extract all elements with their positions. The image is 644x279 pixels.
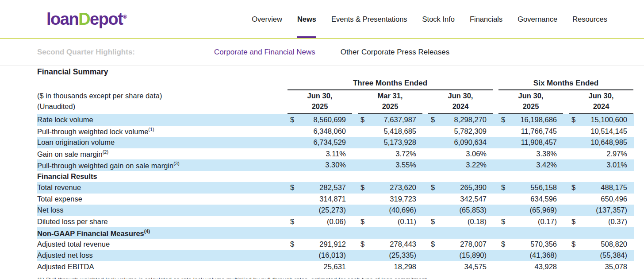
dollar-sign: $ <box>290 116 294 124</box>
dollar-sign: $ <box>290 217 294 226</box>
loandepot-logo[interactable]: loanDepot® <box>46 0 126 38</box>
table-cell: 5,418,685 <box>358 127 422 136</box>
table-cell: 3.30% <box>288 161 352 169</box>
cell-value: 34,575 <box>464 263 487 271</box>
table-cell: 5,173,928 <box>358 138 422 147</box>
table-row: Pull-through weighted lock volume(1)6,34… <box>37 126 634 137</box>
main-content: Financial Summary Three Months Ended Six… <box>0 67 644 279</box>
nav-item-resources[interactable]: Resources <box>572 0 607 38</box>
footnote-ref: (1) <box>148 127 154 132</box>
table-cell: $(0.06) <box>288 217 352 226</box>
dollar-sign: $ <box>290 240 294 248</box>
cell-value: 342,547 <box>460 195 487 203</box>
nav-item-events-presentations[interactable]: Events & Presentations <box>331 0 407 38</box>
cell-value: 291,912 <box>319 240 346 248</box>
table-cell: 11,908,457 <box>498 138 563 147</box>
row-label-adjusted-ebitda: Adjusted EBITDA <box>37 263 282 271</box>
table-cell: 634,596 <box>498 195 563 203</box>
table-cell: $570,356 <box>498 240 563 248</box>
table-row: Adjusted net loss(16,013)(25,335)(15,890… <box>37 250 634 261</box>
column-header-year: 2025 <box>288 101 352 112</box>
table-cell: (65,853) <box>428 206 493 214</box>
cell-value: 25,631 <box>324 263 346 271</box>
nav-item-governance[interactable]: Governance <box>518 0 557 38</box>
cell-value: 5,782,309 <box>454 127 487 136</box>
table-cell: $(0.37) <box>569 217 633 226</box>
dollar-sign: $ <box>431 217 435 226</box>
row-label-diluted-loss-per-share: Diluted loss per share <box>37 217 282 226</box>
cell-value: (41,368) <box>530 251 557 260</box>
table-cell: (25,273) <box>288 206 352 214</box>
table-cell: 3.06% <box>428 150 493 158</box>
news-category-tabs: Corporate and Financial NewsOther Corpor… <box>214 48 449 57</box>
dollar-sign: $ <box>501 183 505 192</box>
table-cell: (25,335) <box>358 251 422 260</box>
table-cell: $508,820 <box>569 240 633 248</box>
table-cell: 314,871 <box>288 195 352 203</box>
cell-value: 3.55% <box>395 161 416 169</box>
column-header-4: Jun 30,2024 <box>569 90 633 114</box>
cell-value: 556,158 <box>530 183 557 192</box>
cell-value: 3.11% <box>326 150 346 158</box>
table-row: Adjusted EBITDA25,63118,29834,57543,9283… <box>37 261 634 273</box>
cell-value: 10,514,145 <box>590 127 627 136</box>
subnav-tab-other-corporate-press-releases[interactable]: Other Corporate Press Releases <box>341 48 450 57</box>
nav-item-stock-info[interactable]: Stock Info <box>422 0 455 38</box>
cell-value: (25,335) <box>389 251 416 260</box>
table-cell: $(0.17) <box>498 217 563 226</box>
table-cell: 35,078 <box>569 263 633 271</box>
row-label-rate-lock-volume: Rate lock volume <box>37 116 282 124</box>
table-cell: $278,007 <box>428 240 493 248</box>
cell-value: (0.37) <box>608 217 627 226</box>
cell-value: 7,637,987 <box>384 116 416 124</box>
table-cell: 5,782,309 <box>428 127 493 136</box>
table-row: Adjusted total revenue$291,912$278,443$2… <box>37 239 634 250</box>
column-header-0: Jun 30,2025 <box>288 90 352 114</box>
subnav-tab-corporate-and-financial-news[interactable]: Corporate and Financial News <box>214 48 315 57</box>
cell-value: (0.11) <box>398 217 416 226</box>
table-cell: $15,100,600 <box>569 116 633 124</box>
column-header-year: 2025 <box>498 101 563 112</box>
dollar-sign: $ <box>501 217 505 226</box>
table-row: Diluted loss per share$(0.06)$(0.11)$(0.… <box>37 216 634 228</box>
footnote-ref: (2) <box>103 149 108 155</box>
cell-value: 5,173,928 <box>384 138 416 147</box>
table-cell: (55,384) <box>569 251 633 260</box>
cell-value: (0.06) <box>327 217 346 226</box>
table-cell: 3.22% <box>428 161 493 169</box>
table-cell: $278,443 <box>358 240 422 248</box>
footnote-ref: (4) <box>144 229 150 234</box>
logo-part-loan: loan <box>46 10 78 28</box>
footnote-ref: (3) <box>173 161 179 166</box>
column-header-year: 2025 <box>358 101 422 112</box>
table-cell: $291,912 <box>288 240 352 248</box>
cell-value: 18,298 <box>394 263 416 271</box>
cell-value: 11,766,745 <box>521 127 557 136</box>
cell-value: 3.42% <box>536 161 557 169</box>
cell-value: 5,418,685 <box>384 127 416 136</box>
table-cell: 6,734,529 <box>288 138 352 147</box>
table-section-row: Financial Results <box>37 171 634 182</box>
table-cell: $16,198,686 <box>498 116 563 124</box>
table-group-header-row: Three Months Ended Six Months Ended <box>37 79 634 90</box>
nav-item-overview[interactable]: Overview <box>252 0 282 38</box>
table-cell: 18,298 <box>358 263 422 271</box>
table-body: Rate lock volume$8,560,699$7,637,987$8,2… <box>37 114 634 272</box>
main-nav: OverviewNewsEvents & PresentationsStock … <box>252 0 607 38</box>
table-cell: $273,620 <box>358 183 422 192</box>
row-label-adjusted-total-revenue: Adjusted total revenue <box>37 240 282 248</box>
cell-value: 278,443 <box>390 240 416 248</box>
table-cell: (16,013) <box>288 251 352 260</box>
table-section-row: Non-GAAP Financial Measures(4) <box>37 227 634 239</box>
cell-value: 43,928 <box>535 263 557 271</box>
nav-item-financials[interactable]: Financials <box>470 0 502 38</box>
dollar-sign: $ <box>431 183 435 192</box>
news-subnav: Second Quarter Highlights: Corporate and… <box>0 39 644 66</box>
cell-value: 11,908,457 <box>521 138 557 147</box>
loandepot-wordmark: loanDepot® <box>46 10 126 29</box>
nav-item-news[interactable]: News <box>297 0 316 38</box>
table-cell: 2.97% <box>569 150 633 158</box>
table-cell: 319,723 <box>358 195 422 203</box>
column-header-3: Jun 30,2025 <box>498 90 563 114</box>
table-row: Total expense314,871319,723342,547634,59… <box>37 194 634 205</box>
